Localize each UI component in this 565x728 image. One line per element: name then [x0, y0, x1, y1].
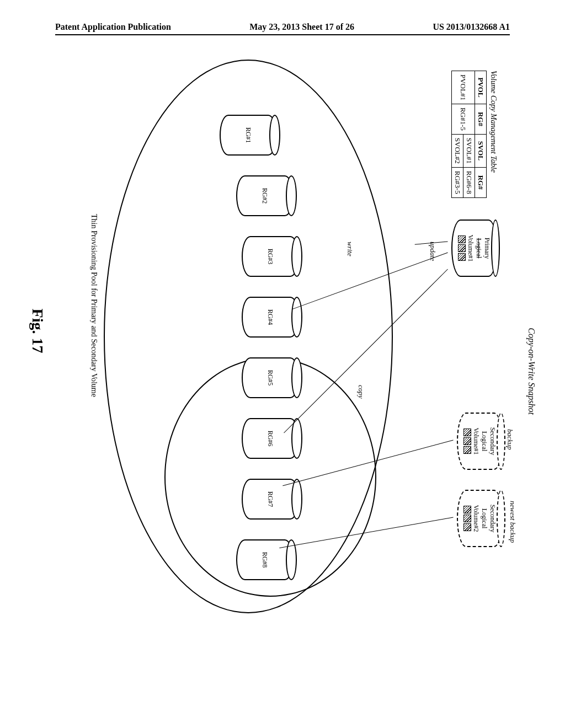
col-rg2: RG# — [475, 167, 487, 197]
primary-logical-volume: Primary Logical Volume#1 — [451, 220, 498, 277]
figure-number: Fig. 17 — [29, 309, 46, 354]
raid-group-6: RG#6 — [242, 418, 299, 459]
backup-label: backup — [505, 429, 514, 450]
col-rg1: RG# — [475, 104, 487, 134]
volume-copy-management-table: PVOL RG# SVOL RG# PVOL#1 RG#1-5 SVOL#1 R… — [451, 71, 487, 198]
page-header: Patent Application Publication May 23, 2… — [55, 22, 510, 35]
raid-group-1: RG#1 — [220, 115, 277, 156]
col-svol: SVOL — [475, 134, 487, 167]
vc-table-title: Volume Copy Management Table — [489, 71, 498, 173]
header-center: May 23, 2013 Sheet 17 of 26 — [249, 22, 354, 32]
raid-group-7: RG#7 — [242, 479, 299, 520]
newest-backup-label: newest backup — [508, 501, 517, 543]
secondary-logical-volume-1: Secondary Logical Volume#1 — [457, 413, 503, 470]
table-header-row: PVOL RG# SVOL RG# — [475, 71, 487, 198]
header-right: US 2013/0132668 A1 — [433, 22, 510, 32]
raid-group-8: RG#8 — [236, 539, 294, 580]
snapshot-title: Copy-on-Write Snapshot — [526, 328, 536, 415]
col-pvol: PVOL — [475, 71, 487, 104]
raid-group-5: RG#5 — [242, 357, 299, 398]
table-row: PVOL#1 RG#1-5 SVOL#1 RG#6-8 — [463, 71, 475, 198]
raid-group-4: RG#4 — [242, 297, 299, 338]
raid-group-2: RG#2 — [236, 175, 294, 216]
figure-17: Copy-on-Write Snapshot Volume Copy Manag… — [34, 104, 531, 558]
secondary-logical-volume-2: Secondary Logical Volume#2 — [457, 490, 503, 547]
header-left: Patent Application Publication — [55, 22, 171, 32]
raid-group-3: RG#3 — [242, 236, 299, 277]
pool-label: Thin Provisioning Pool for Primary and S… — [89, 214, 98, 397]
